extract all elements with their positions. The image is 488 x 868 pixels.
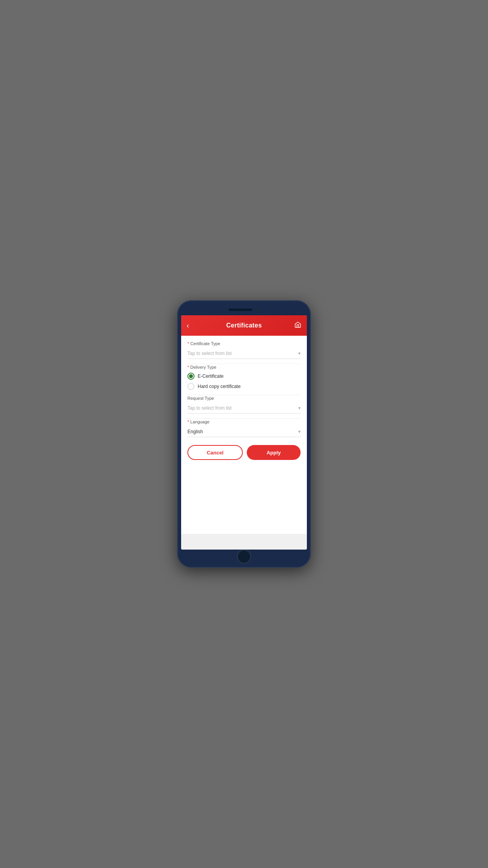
cancel-button[interactable]: Cancel <box>187 445 243 460</box>
phone-screen: ‹ Certificates * Certificate Type Tap to… <box>181 315 307 550</box>
radio-inner-e-certificate <box>189 374 193 378</box>
divider-3 <box>187 418 301 419</box>
language-select[interactable]: English ▾ <box>187 427 301 437</box>
divider-2 <box>187 395 301 395</box>
language-value: English <box>187 429 203 434</box>
apply-button[interactable]: Apply <box>247 445 301 460</box>
request-type-section: Request Type Tap to select from list ▾ <box>187 396 301 414</box>
home-icon-button[interactable] <box>294 321 301 330</box>
request-type-label: Request Type <box>187 396 301 401</box>
radio-circle-e-certificate <box>187 373 194 380</box>
form-content: * Certificate Type Tap to select from li… <box>181 336 307 534</box>
certificate-type-label: * Certificate Type <box>187 341 301 346</box>
certificate-type-placeholder: Tap to select from list <box>187 351 232 356</box>
back-button[interactable]: ‹ <box>187 322 189 330</box>
delivery-type-label: * Delivery Type <box>187 365 301 370</box>
chevron-down-icon-2: ▾ <box>298 405 301 411</box>
required-star-3: * <box>187 419 189 424</box>
phone-bottom-bar <box>181 550 307 564</box>
speaker <box>229 309 252 311</box>
radio-label-hard-copy: Hard copy certificate <box>198 384 240 389</box>
radio-label-e-certificate: E-Certificate <box>198 373 224 379</box>
buttons-row: Cancel Apply <box>187 445 301 460</box>
phone-device: ‹ Certificates * Certificate Type Tap to… <box>177 300 311 568</box>
language-label: * Language <box>187 419 301 424</box>
footer-background <box>181 534 307 550</box>
chevron-down-icon-3: ▾ <box>298 429 301 434</box>
chevron-down-icon: ▾ <box>298 351 301 356</box>
divider-1 <box>187 364 301 364</box>
request-type-select[interactable]: Tap to select from list ▾ <box>187 403 301 414</box>
delivery-type-section: * Delivery Type E-Certificate Hard copy … <box>187 365 301 390</box>
page-title: Certificates <box>226 322 262 329</box>
radio-e-certificate[interactable]: E-Certificate <box>187 373 301 380</box>
physical-home-button[interactable] <box>237 550 251 564</box>
required-star-1: * <box>187 341 189 346</box>
radio-hard-copy[interactable]: Hard copy certificate <box>187 383 301 390</box>
camera <box>256 308 259 311</box>
required-star-2: * <box>187 365 189 370</box>
app-header: ‹ Certificates <box>181 315 307 336</box>
request-type-placeholder: Tap to select from list <box>187 405 232 411</box>
certificate-type-group: * Certificate Type Tap to select from li… <box>187 341 301 359</box>
language-section: * Language English ▾ <box>187 419 301 437</box>
radio-circle-hard-copy <box>187 383 194 390</box>
phone-top-bar <box>181 304 307 315</box>
certificate-type-select[interactable]: Tap to select from list ▾ <box>187 348 301 359</box>
